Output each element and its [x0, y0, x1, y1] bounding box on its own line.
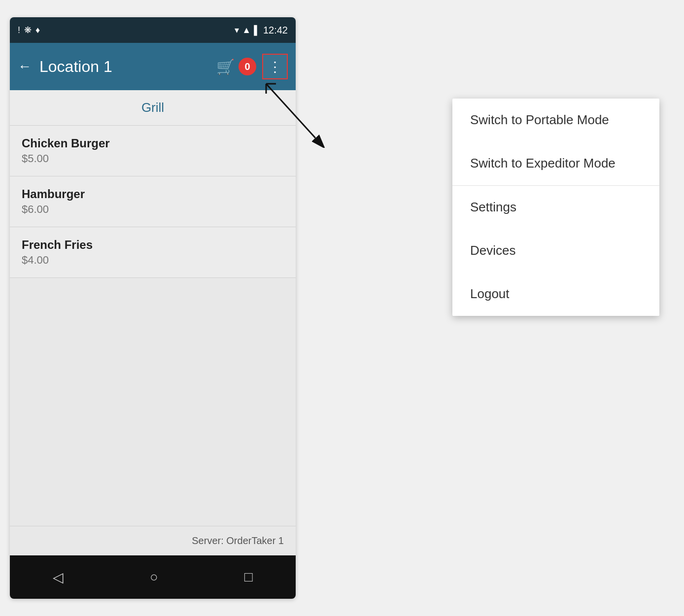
- menu-logout[interactable]: Logout: [452, 273, 659, 316]
- category-tab[interactable]: Grill: [10, 90, 296, 126]
- menu-item-price: $5.00: [22, 152, 284, 165]
- nav-bar: ◁ ○ □: [10, 555, 296, 599]
- menu-settings[interactable]: Settings: [452, 186, 659, 229]
- notification-icon: !: [18, 25, 20, 35]
- menu-item-price: $6.00: [22, 203, 284, 216]
- wifi-icon: ▾: [235, 25, 239, 35]
- nav-recent-button[interactable]: □: [244, 569, 253, 585]
- menu-item-name: Hamburger: [22, 187, 284, 201]
- app-bar: ← Location 1 🛒 0 ⋮: [10, 43, 296, 90]
- signal-icon: ▲: [242, 25, 251, 35]
- cart-icon[interactable]: 🛒: [216, 58, 235, 75]
- signal-area: ▾ ▲ ▌ 12:42: [235, 25, 288, 36]
- category-label: Grill: [141, 100, 164, 115]
- dropdown-menu: Switch to Portable Mode Switch to Expedi…: [452, 99, 659, 316]
- server-footer: Server: OrderTaker 1: [10, 526, 296, 555]
- status-icons: ! ❋ ♦: [18, 25, 40, 35]
- menu-item-hamburger[interactable]: Hamburger $6.00: [10, 176, 296, 227]
- menu-devices[interactable]: Devices: [452, 229, 659, 273]
- cart-badge: 0: [239, 58, 256, 75]
- menu-expeditor-mode[interactable]: Switch to Expeditor Mode: [452, 142, 659, 185]
- menu-portable-mode[interactable]: Switch to Portable Mode: [452, 99, 659, 142]
- more-options-button[interactable]: ⋮: [262, 54, 288, 79]
- device-icon: ♦: [35, 25, 40, 35]
- menu-item-price: $4.00: [22, 254, 284, 267]
- phone-container: ! ❋ ♦ ▾ ▲ ▌ 12:42 ← Location 1 🛒 0 ⋮ Gri…: [10, 17, 296, 599]
- nav-home-button[interactable]: ○: [150, 569, 158, 585]
- battery-icon: ▌: [254, 25, 260, 35]
- menu-item-chicken-burger[interactable]: Chicken Burger $5.00: [10, 126, 296, 176]
- app-title: Location 1: [39, 58, 216, 76]
- cart-area: 🛒 0: [216, 58, 256, 75]
- nav-back-button[interactable]: ◁: [53, 569, 64, 585]
- menu-item-name: Chicken Burger: [22, 137, 284, 150]
- menu-list: Chicken Burger $5.00 Hamburger $6.00 Fre…: [10, 126, 296, 526]
- settings-icon: ❋: [24, 25, 32, 35]
- server-label: Server: OrderTaker 1: [192, 535, 284, 547]
- menu-item-name: French Fries: [22, 238, 284, 252]
- menu-item-french-fries[interactable]: French Fries $4.00: [10, 227, 296, 278]
- status-bar: ! ❋ ♦ ▾ ▲ ▌ 12:42: [10, 17, 296, 43]
- back-button[interactable]: ←: [18, 59, 32, 74]
- clock: 12:42: [263, 25, 288, 36]
